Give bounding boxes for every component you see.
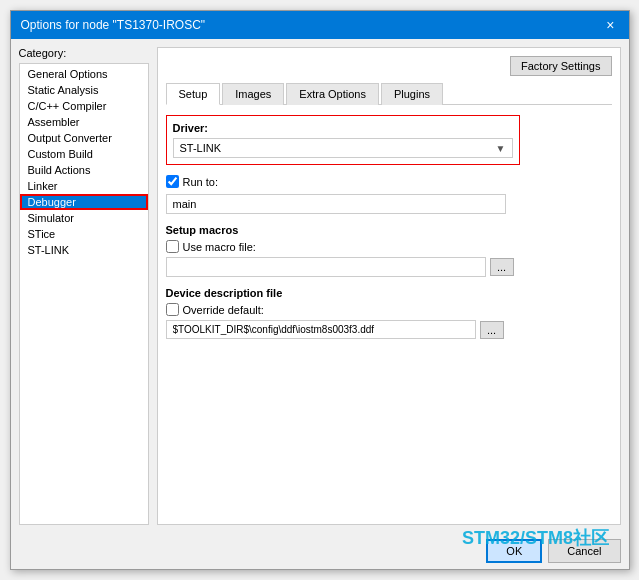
run-to-checkbox[interactable] bbox=[166, 175, 179, 188]
device-browse-button[interactable]: ... bbox=[480, 321, 504, 339]
content-area: Driver: ST-LINK ▼ Run to: Setu bbox=[166, 115, 612, 516]
macro-file-row: Use macro file: bbox=[166, 240, 612, 253]
sidebar-item-output-converter[interactable]: Output Converter bbox=[20, 130, 148, 146]
device-desc-section: Device description file Override default… bbox=[166, 287, 612, 339]
run-to-row: Run to: bbox=[166, 175, 612, 188]
run-to-input[interactable] bbox=[166, 194, 506, 214]
sidebar-item-custom-build[interactable]: Custom Build bbox=[20, 146, 148, 162]
override-default-row: Override default: bbox=[166, 303, 612, 316]
tab-images[interactable]: Images bbox=[222, 83, 284, 105]
sidebar-item-static-analysis[interactable]: Static Analysis bbox=[20, 82, 148, 98]
sidebar-item-assembler[interactable]: Assembler bbox=[20, 114, 148, 130]
run-to-section: Run to: bbox=[166, 175, 612, 214]
sidebar-item-st-link[interactable]: ST-LINK bbox=[20, 242, 148, 258]
main-dialog: Options for node "TS1370-IROSC" × Catego… bbox=[10, 10, 630, 570]
sidebar-item-linker[interactable]: Linker bbox=[20, 178, 148, 194]
watermark: STM32/STM8社区 bbox=[462, 526, 609, 550]
driver-label: Driver: bbox=[173, 122, 513, 134]
sidebar: Category: General OptionsStatic Analysis… bbox=[19, 47, 149, 525]
override-default-checkbox[interactable] bbox=[166, 303, 179, 316]
tab-plugins[interactable]: Plugins bbox=[381, 83, 443, 105]
factory-settings-button[interactable]: Factory Settings bbox=[510, 56, 611, 76]
title-bar: Options for node "TS1370-IROSC" × bbox=[11, 11, 629, 39]
dialog-body: Category: General OptionsStatic Analysis… bbox=[11, 39, 629, 533]
driver-select[interactable]: ST-LINK ▼ bbox=[173, 138, 513, 158]
sidebar-list: General OptionsStatic AnalysisC/C++ Comp… bbox=[19, 63, 149, 525]
setup-macros-title: Setup macros bbox=[166, 224, 612, 236]
override-default-label: Override default: bbox=[183, 304, 264, 316]
macro-file-input-row: ... bbox=[166, 257, 612, 277]
device-desc-title: Device description file bbox=[166, 287, 612, 299]
sidebar-item-simulator[interactable]: Simulator bbox=[20, 210, 148, 226]
sidebar-item-stice[interactable]: STice bbox=[20, 226, 148, 242]
macro-browse-button[interactable]: ... bbox=[490, 258, 514, 276]
tab-extra-options[interactable]: Extra Options bbox=[286, 83, 379, 105]
chevron-down-icon: ▼ bbox=[496, 143, 506, 154]
close-button[interactable]: × bbox=[602, 17, 618, 33]
dialog-title: Options for node "TS1370-IROSC" bbox=[21, 18, 206, 32]
sidebar-item-cpp-compiler[interactable]: C/C++ Compiler bbox=[20, 98, 148, 114]
macro-file-input[interactable] bbox=[166, 257, 486, 277]
device-desc-input-row: ... bbox=[166, 320, 612, 339]
factory-row: Factory Settings bbox=[166, 56, 612, 76]
use-macro-file-checkbox[interactable] bbox=[166, 240, 179, 253]
tab-setup[interactable]: Setup bbox=[166, 83, 221, 105]
sidebar-item-general-options[interactable]: General Options bbox=[20, 66, 148, 82]
sidebar-item-debugger[interactable]: Debugger bbox=[20, 194, 148, 210]
tabs-row: SetupImagesExtra OptionsPlugins bbox=[166, 82, 612, 105]
driver-value: ST-LINK bbox=[180, 142, 222, 154]
use-macro-file-label: Use macro file: bbox=[183, 241, 256, 253]
category-label: Category: bbox=[19, 47, 149, 59]
driver-section: Driver: ST-LINK ▼ bbox=[166, 115, 520, 165]
device-desc-input[interactable] bbox=[166, 320, 476, 339]
setup-macros-section: Setup macros Use macro file: ... bbox=[166, 224, 612, 277]
run-to-label: Run to: bbox=[183, 176, 218, 188]
main-panel: Factory Settings SetupImagesExtra Option… bbox=[157, 47, 621, 525]
sidebar-item-build-actions[interactable]: Build Actions bbox=[20, 162, 148, 178]
